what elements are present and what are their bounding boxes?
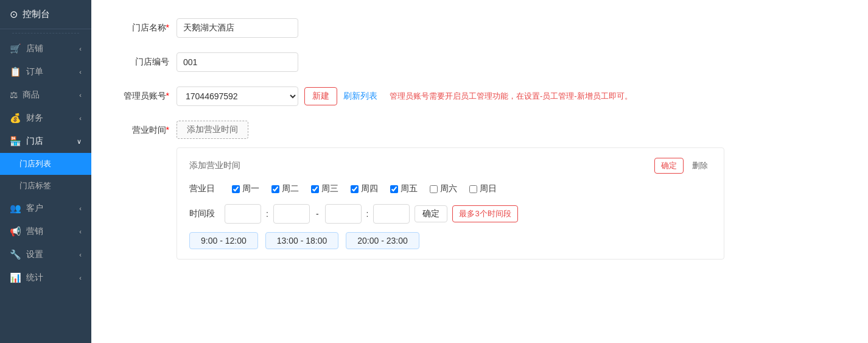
panel-actions: 确定 删除 xyxy=(654,158,712,174)
refresh-list-link[interactable]: 刷新列表 xyxy=(343,91,377,102)
chevron-icon: ‹ xyxy=(79,205,82,212)
new-manager-button[interactable]: 新建 xyxy=(304,87,337,105)
panel-top-row: 添加营业时间 确定 删除 xyxy=(189,158,712,174)
sidebar-item-finance-label: 财务 xyxy=(26,113,43,124)
shop-icon: 🏪 xyxy=(10,136,21,147)
slot-tag-1: 9:00 - 12:00 xyxy=(189,232,258,249)
sidebar-item-shop-list[interactable]: 门店列表 xyxy=(0,153,91,175)
store-name-label: 门店名称* xyxy=(116,18,177,34)
time-end-hour[interactable] xyxy=(325,204,362,224)
day-sun[interactable]: 周日 xyxy=(469,183,497,194)
marketing-icon: 📢 xyxy=(10,226,21,237)
store-code-content xyxy=(177,52,844,72)
store-name-input[interactable] xyxy=(177,18,298,38)
customer-icon: 👥 xyxy=(10,203,21,214)
sidebar-top[interactable]: ⊙ 控制台 xyxy=(0,0,91,29)
add-business-time-button[interactable]: 添加营业时间 xyxy=(177,121,248,139)
slot-tag-2: 13:00 - 18:00 xyxy=(265,232,339,249)
days-label: 营业日 xyxy=(189,183,220,194)
sidebar-divider xyxy=(12,33,79,34)
colon-sep-2: : xyxy=(366,209,369,219)
sidebar-item-stats[interactable]: 📊 统计 ‹ xyxy=(0,266,91,289)
business-time-row: 营业时间* 添加营业时间 添加营业时间 确定 删除 营业日 xyxy=(116,121,844,260)
day-tue[interactable]: 周二 xyxy=(271,183,299,194)
sidebar-item-marketing[interactable]: 📢 营销 ‹ xyxy=(0,220,91,243)
business-time-label: 营业时间* xyxy=(116,121,177,136)
store-code-input[interactable] xyxy=(177,52,298,72)
sidebar-item-store-label: 店铺 xyxy=(26,43,43,54)
delete-button[interactable]: 删除 xyxy=(688,158,712,174)
colon-sep-1: : xyxy=(266,209,268,219)
chevron-icon: ‹ xyxy=(79,251,82,258)
time-start-min[interactable] xyxy=(273,204,310,224)
time-slot-label: 时间段 xyxy=(189,208,220,219)
chevron-icon: ‹ xyxy=(79,68,82,76)
time-start-hour[interactable] xyxy=(225,204,261,224)
shop-tag-label: 门店标签 xyxy=(19,180,51,191)
finance-icon: 💰 xyxy=(10,113,21,124)
store-icon: 🛒 xyxy=(10,43,21,54)
checkbox-mon[interactable] xyxy=(232,185,240,193)
business-hours-panel: 添加营业时间 确定 删除 营业日 周一 周二 xyxy=(177,147,724,260)
time-confirm-button[interactable]: 确定 xyxy=(415,205,447,222)
existing-slots: 9:00 - 12:00 13:00 - 18:00 20:00 - 23:00 xyxy=(189,232,712,249)
shop-list-label: 门店列表 xyxy=(19,158,51,169)
sidebar-item-customer[interactable]: 👥 客户 ‹ xyxy=(0,197,91,220)
sidebar-item-customer-label: 客户 xyxy=(26,203,43,214)
sidebar-item-stats-label: 统计 xyxy=(26,272,43,283)
day-fri[interactable]: 周五 xyxy=(390,183,418,194)
manager-select[interactable]: 17044697592 xyxy=(177,87,298,106)
chevron-icon: ‹ xyxy=(79,45,82,52)
store-code-row: 门店编号 xyxy=(116,52,844,72)
sidebar-item-marketing-label: 营销 xyxy=(26,226,43,237)
sidebar-item-store[interactable]: 🛒 店铺 ‹ xyxy=(0,37,91,60)
settings-icon: 🔧 xyxy=(10,249,21,260)
order-icon: 📋 xyxy=(10,66,21,77)
slot-tag-3: 20:00 - 23:00 xyxy=(346,232,419,249)
chevron-icon: ‹ xyxy=(79,115,82,122)
days-row: 营业日 周一 周二 周三 周四 xyxy=(189,183,712,194)
day-mon[interactable]: 周一 xyxy=(232,183,259,194)
sidebar-item-goods[interactable]: ⚖ 商品 ‹ xyxy=(0,83,91,107)
sidebar-item-settings[interactable]: 🔧 设置 ‹ xyxy=(0,243,91,266)
manager-controls: 17044697592 新建 刷新列表 管理员账号需要开启员工管理功能，在设置-… xyxy=(177,87,632,106)
manager-controls-wrapper: 17044697592 新建 刷新列表 管理员账号需要开启员工管理功能，在设置-… xyxy=(177,87,844,106)
main-content: 门店名称* 门店编号 管理员账号* 17044697592 新建 刷 xyxy=(91,0,868,343)
dashboard-label: 控制台 xyxy=(23,9,50,20)
max-hint: 最多3个时间段 xyxy=(452,205,517,222)
dashboard-icon: ⊙ xyxy=(10,9,18,20)
chevron-icon: ‹ xyxy=(79,274,82,281)
checkbox-fri[interactable] xyxy=(390,185,398,193)
store-code-label: 门店编号 xyxy=(116,52,177,68)
chevron-icon: ‹ xyxy=(79,228,82,235)
sidebar: ⊙ 控制台 🛒 店铺 ‹ 📋 订单 ‹ ⚖ 商品 ‹ 💰 财务 ‹ 🏪 门店 ∨… xyxy=(0,0,91,343)
chevron-icon: ‹ xyxy=(79,91,82,99)
day-wed[interactable]: 周三 xyxy=(311,183,338,194)
checkbox-thu[interactable] xyxy=(351,185,359,193)
business-time-content: 添加营业时间 添加营业时间 确定 删除 营业日 周一 xyxy=(177,121,844,260)
stats-icon: 📊 xyxy=(10,272,21,283)
time-end-min[interactable] xyxy=(373,204,410,224)
sidebar-item-shop[interactable]: 🏪 门店 ∨ xyxy=(0,130,91,153)
store-name-row: 门店名称* xyxy=(116,18,844,38)
manager-row: 管理员账号* 17044697592 新建 刷新列表 管理员账号需要开启员工管理… xyxy=(116,87,844,106)
manager-label: 管理员账号* xyxy=(116,87,177,102)
day-sat[interactable]: 周六 xyxy=(430,183,457,194)
time-slot-row: 时间段 : - : 确定 最多3个时间段 xyxy=(189,204,712,224)
confirm-button[interactable]: 确定 xyxy=(654,158,684,174)
dash-sep: - xyxy=(316,209,319,219)
sidebar-item-order-label: 订单 xyxy=(26,66,43,77)
checkbox-wed[interactable] xyxy=(311,185,319,193)
checkbox-sat[interactable] xyxy=(430,185,438,193)
sidebar-item-shop-tag[interactable]: 门店标签 xyxy=(0,175,91,197)
chevron-down-icon: ∨ xyxy=(77,138,82,146)
sidebar-item-order[interactable]: 📋 订单 ‹ xyxy=(0,60,91,83)
sidebar-item-finance[interactable]: 💰 财务 ‹ xyxy=(0,107,91,130)
checkbox-sun[interactable] xyxy=(469,185,477,193)
store-name-content xyxy=(177,18,844,38)
checkbox-tue[interactable] xyxy=(271,185,279,193)
manager-hint: 管理员账号需要开启员工管理功能，在设置-员工管理-新增员工即可。 xyxy=(390,91,632,102)
manager-content: 17044697592 新建 刷新列表 管理员账号需要开启员工管理功能，在设置-… xyxy=(177,87,844,106)
panel-title: 添加营业时间 xyxy=(189,160,240,171)
day-thu[interactable]: 周四 xyxy=(351,183,378,194)
